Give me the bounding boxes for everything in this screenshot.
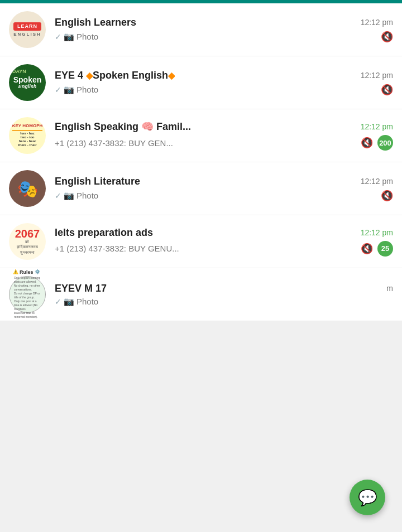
rules-label: Rules xyxy=(20,269,34,275)
english-label: English xyxy=(18,84,37,89)
chat-meta-english-learners: 🔇 xyxy=(381,31,393,43)
chat-list: LEARN ENGLISH English Learners 12:12 pm … xyxy=(0,3,402,321)
fab-chat-icon: 💬 xyxy=(358,489,377,507)
camera-icon: 📷 xyxy=(64,191,74,201)
chat-name-eye4-spoken: EYE 4 ◆Spoken English◆ xyxy=(55,70,175,81)
chat-time-english-literature: 12:12 pm xyxy=(361,177,393,186)
chat-message-eyev-m17: ✓ 📷 Photo xyxy=(55,297,393,307)
check-icon: ✓ xyxy=(55,191,61,200)
chat-name-eyev-m17: EYEV M 17 xyxy=(55,283,107,294)
chat-item-english-speaking[interactable]: KEY HOMOPH has - haztwo - toohere - hear… xyxy=(0,109,402,162)
camera-icon: 📷 xyxy=(64,85,74,95)
badge-ielts-prep: 25 xyxy=(377,241,393,257)
chat-item-eyev-m17[interactable]: ⚠️ Rules ⚙️ Only English learning posts … xyxy=(0,268,402,321)
avatar-speaking-text: KEY HOMOPH has - haztwo - toohere - hear… xyxy=(11,122,44,148)
avatar-eye4-spoken: DAYN Spoken English xyxy=(9,64,46,101)
chat-content-ielts-prep: Ielts preparation ads 12:12 pm +1 (213) … xyxy=(55,227,393,257)
chat-message-ielts-prep: +1 (213) 437-3832: BUY GENU... xyxy=(55,244,356,253)
avatar-english-literature: 🎭 xyxy=(9,170,46,207)
chat-message-english-literature: ✓ 📷 Photo xyxy=(55,191,376,201)
mute-icon: 🔇 xyxy=(381,190,393,202)
ielts-year: 2067 xyxy=(15,228,40,239)
avatar-eyev-m17: ⚠️ Rules ⚙️ Only English learning posts … xyxy=(9,276,46,313)
camera-icon: 📷 xyxy=(64,297,74,307)
avatar-english-learners: LEARN ENGLISH xyxy=(9,11,46,48)
ielts-subtitle: कोहार्दिक मंगलमयशुभकामना xyxy=(17,239,39,254)
chat-content-eyev-m17: EYEV M 17 m ✓ 📷 Photo xyxy=(55,283,393,307)
mute-icon: 🔇 xyxy=(381,31,393,43)
chat-time-english-learners: 12:12 pm xyxy=(361,18,393,27)
diamond-icon-right: ◆ xyxy=(168,71,175,80)
chat-content-english-learners: English Learners 12:12 pm ✓ 📷 Photo 🔇 xyxy=(55,17,393,43)
eyev-body-text: Only English learning posts are allowed.… xyxy=(13,275,42,320)
chat-name-english-speaking: English Speaking 🧠‍ Famil... xyxy=(55,120,191,133)
chat-time-eyev-m17: m xyxy=(386,284,393,293)
badge-english-speaking: 200 xyxy=(377,135,393,151)
chat-content-english-literature: English Literature 12:12 pm ✓ 📷 Photo 🔇 xyxy=(55,176,393,202)
chat-meta-english-speaking: 🔇 200 xyxy=(361,135,393,151)
check-icon: ✓ xyxy=(55,32,61,41)
avatar-ielts-prep: 2067 कोहार्दिक मंगलमयशुभकामना xyxy=(9,223,46,260)
chat-time-eye4-spoken: 12:12 pm xyxy=(361,71,393,80)
chat-item-eye4-spoken[interactable]: DAYN Spoken English EYE 4 ◆Spoken Englis… xyxy=(0,56,402,109)
eyev-top-label: ⚠️ Rules ⚙️ xyxy=(13,269,40,275)
diamond-icon-left: ◆ xyxy=(86,71,93,80)
chat-message-english-learners: ✓ 📷 Photo xyxy=(55,32,376,42)
gear-icon-small: ⚙️ xyxy=(35,269,40,274)
chat-meta-ielts-prep: 🔇 25 xyxy=(361,241,393,257)
chat-item-ielts-prep[interactable]: 2067 कोहार्दिक मंगलमयशुभकामना Ielts prep… xyxy=(0,215,402,268)
chat-content-english-speaking: English Speaking 🧠‍ Famil... 12:12 pm +1… xyxy=(55,120,393,151)
chat-message-eye4-spoken: ✓ 📷 Photo xyxy=(55,85,376,95)
check-icon: ✓ xyxy=(55,297,61,306)
mute-icon: 🔇 xyxy=(361,243,373,255)
chat-item-english-literature[interactable]: 🎭 English Literature 12:12 pm ✓ 📷 Photo … xyxy=(0,162,402,215)
mute-icon: 🔇 xyxy=(361,137,373,149)
chat-name-ielts-prep: Ielts preparation ads xyxy=(55,227,153,239)
chat-time-english-speaking: 12:12 pm xyxy=(361,122,393,131)
avatar-english-speaking: KEY HOMOPH has - haztwo - toohere - hear… xyxy=(9,117,46,154)
check-icon: ✓ xyxy=(55,85,61,94)
chat-name-english-learners: English Learners xyxy=(55,17,136,28)
chat-name-english-literature: English Literature xyxy=(55,176,140,187)
warning-icon: ⚠️ xyxy=(13,269,18,274)
mute-icon: 🔇 xyxy=(381,84,393,96)
chat-content-eye4-spoken: EYE 4 ◆Spoken English◆ 12:12 pm ✓ 📷 Phot… xyxy=(55,70,393,96)
fab-new-chat-button[interactable]: 💬 xyxy=(350,480,385,515)
chat-meta-english-literature: 🔇 xyxy=(381,190,393,202)
spoken-label: Spoken xyxy=(13,76,42,84)
camera-icon: 📷 xyxy=(64,32,74,42)
chat-item-english-learners[interactable]: LEARN ENGLISH English Learners 12:12 pm … xyxy=(0,3,402,56)
chat-meta-eye4-spoken: 🔇 xyxy=(381,84,393,96)
chat-time-ielts-prep: 12:12 pm xyxy=(361,228,393,237)
chat-message-english-speaking: +1 (213) 437-3832: BUY GEN... xyxy=(55,138,356,148)
